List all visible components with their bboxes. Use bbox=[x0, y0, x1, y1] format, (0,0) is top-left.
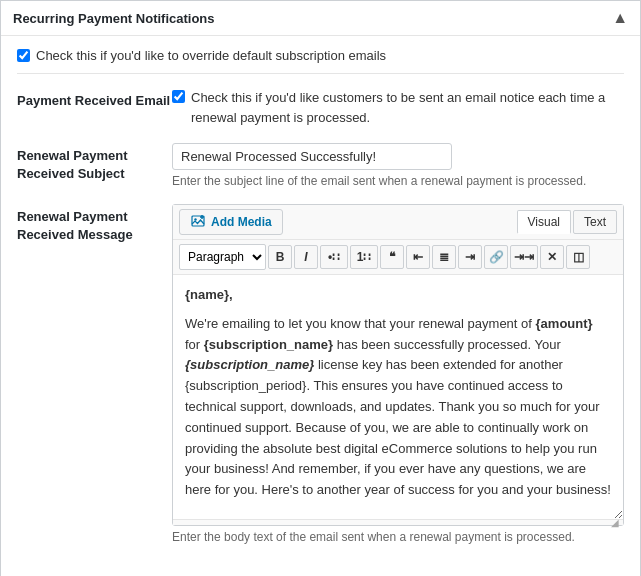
renewal-message-row: Renewal Payment Received Message bbox=[17, 204, 624, 544]
unordered-list-button[interactable]: •∷ bbox=[320, 245, 348, 269]
renewal-message-field: Add Media Visual Text Paragraph B I bbox=[172, 204, 624, 544]
payment-email-label: Payment Received Email bbox=[17, 88, 172, 110]
table-button[interactable]: ◫ bbox=[566, 245, 590, 269]
align-left-button[interactable]: ⇤ bbox=[406, 245, 430, 269]
editor-para-2: We're emailing to let you know that your… bbox=[185, 314, 611, 501]
align-center-button[interactable]: ≣ bbox=[432, 245, 456, 269]
editor-resize-handle[interactable]: ◢ bbox=[173, 519, 623, 525]
override-row: Check this if you'd like to override def… bbox=[17, 48, 624, 74]
payment-email-checkbox-label: Check this if you'd like customers to be… bbox=[191, 88, 624, 127]
add-media-label: Add Media bbox=[211, 215, 272, 229]
renewal-subject-input[interactable] bbox=[172, 143, 452, 170]
panel-toggle-icon[interactable]: ▲ bbox=[612, 9, 628, 27]
renewal-message-label: Renewal Payment Received Message bbox=[17, 204, 172, 244]
editor-top-bar: Add Media Visual Text bbox=[173, 205, 623, 240]
italic-button[interactable]: I bbox=[294, 245, 318, 269]
align-right-button[interactable]: ⇥ bbox=[458, 245, 482, 269]
add-media-button[interactable]: Add Media bbox=[179, 209, 283, 235]
bold-button[interactable]: B bbox=[268, 245, 292, 269]
blockquote-button[interactable]: ❝ bbox=[380, 245, 404, 269]
renewal-subject-row: Renewal Payment Received Subject Enter t… bbox=[17, 143, 624, 188]
recurring-payment-panel: Recurring Payment Notifications ▲ Check … bbox=[0, 0, 641, 576]
panel-header: Recurring Payment Notifications ▲ bbox=[1, 1, 640, 36]
payment-email-field: Check this if you'd like customers to be… bbox=[172, 88, 624, 127]
payment-email-row: Payment Received Email Check this if you… bbox=[17, 88, 624, 127]
renewal-subject-help: Enter the subject line of the email sent… bbox=[172, 174, 624, 188]
resize-icon: ◢ bbox=[611, 517, 619, 528]
editor-wrap: Add Media Visual Text Paragraph B I bbox=[172, 204, 624, 526]
renewal-subject-label: Renewal Payment Received Subject bbox=[17, 143, 172, 183]
svg-point-1 bbox=[194, 218, 196, 220]
renewal-message-help: Enter the body text of the email sent wh… bbox=[172, 530, 624, 544]
paragraph-select[interactable]: Paragraph bbox=[179, 244, 266, 270]
add-media-icon bbox=[190, 214, 206, 230]
editor-toolbar: Paragraph B I •∷ 1∷ ❝ ⇤ ≣ ⇥ 🔗 ⇥⇥ ✕ ◫ bbox=[173, 240, 623, 275]
tab-text[interactable]: Text bbox=[573, 210, 617, 234]
editor-content[interactable]: {name}, We're emailing to let you know t… bbox=[173, 275, 623, 519]
link-button[interactable]: 🔗 bbox=[484, 245, 508, 269]
tab-visual[interactable]: Visual bbox=[517, 210, 571, 234]
remove-format-button[interactable]: ✕ bbox=[540, 245, 564, 269]
editor-tabs: Visual Text bbox=[517, 210, 617, 234]
override-label: Check this if you'd like to override def… bbox=[36, 48, 386, 63]
ordered-list-button[interactable]: 1∷ bbox=[350, 245, 378, 269]
indent-button[interactable]: ⇥⇥ bbox=[510, 245, 538, 269]
panel-title: Recurring Payment Notifications bbox=[13, 11, 215, 26]
override-checkbox[interactable] bbox=[17, 49, 30, 62]
editor-para-1: {name}, bbox=[185, 285, 611, 306]
panel-body: Check this if you'd like to override def… bbox=[1, 36, 640, 576]
payment-email-checkbox[interactable] bbox=[172, 90, 185, 103]
renewal-subject-field: Enter the subject line of the email sent… bbox=[172, 143, 624, 188]
payment-email-checkbox-row: Check this if you'd like customers to be… bbox=[172, 88, 624, 127]
